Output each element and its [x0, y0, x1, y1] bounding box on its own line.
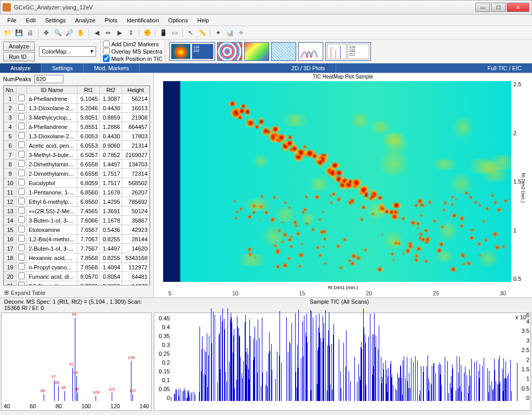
menu-identification[interactable]: Identification	[123, 16, 163, 24]
folder-icon[interactable]: 📁	[2, 28, 12, 38]
chevron-down-icon: ▾	[90, 48, 94, 55]
table-row[interactable]: 13««(2R,5S)-2-Me...7.45651.369150124	[4, 206, 150, 216]
left-panel: NumPeaks No.ID NameRt1Rt2Height1á-Phella…	[0, 73, 154, 297]
window-titlebar: GCxGC_Analyzer: ylang_12eV — ☐ ✕	[0, 0, 532, 15]
runid-button[interactable]: Run ID	[3, 52, 35, 61]
ms-title: Deconv. MS Spec: 1 (Rt1, Rt2) = (5.104 ,…	[4, 299, 151, 311]
toolbar: 📁💾🖨✥🔍🔎✋◀⇔▶⇕✊📱▭↖📏✦📊✧	[0, 26, 532, 40]
colormap-dropdown[interactable]: ColorMap... ▾	[39, 46, 96, 57]
save-icon[interactable]: 💾	[14, 28, 24, 38]
table-row[interactable]: 111-Pentanone, 1-...6.85601.167826207	[4, 188, 150, 197]
menu-file[interactable]: File	[3, 16, 21, 24]
table-row[interactable]: 73-Methyl-3-bute...6.50570.78522169027	[4, 150, 150, 160]
thumb-overlay[interactable]	[298, 42, 323, 61]
checkbox-group: Add Dim2 MarkersOverlay MS SpectraMark P…	[100, 39, 165, 63]
expand-table-button[interactable]: ⊞ Expand Table	[0, 288, 153, 297]
cursor-icon[interactable]: ↖	[185, 28, 196, 38]
table-row[interactable]: 19n-Propyl cyano...7.85681.4094112972	[4, 263, 150, 272]
menu-edit[interactable]: Edit	[22, 16, 40, 24]
band-analyze[interactable]: Analyze	[0, 63, 41, 73]
heatmap-xlabel: Rt Dim1 (min.)	[328, 285, 358, 290]
numpeaks-input[interactable]	[34, 75, 63, 83]
check-1[interactable]: Overlay MS Spectra	[103, 48, 163, 55]
colormap-value: ColorMap...	[42, 48, 71, 55]
table-row[interactable]: 20Fumaric acid, di...8.05700.805464481	[4, 272, 150, 281]
band-mod-markers[interactable]: Mod. Markers	[84, 63, 139, 73]
phone-icon[interactable]: 📱	[158, 28, 168, 38]
heatmap-plot[interactable]	[163, 81, 511, 282]
table-row[interactable]: 143-Buten-1-ol, 3-...7.60661.167835867	[4, 216, 150, 225]
table-row[interactable]: 33-Methylcyclop...5.80510.885921908	[4, 113, 150, 122]
chart-icon[interactable]: 📊	[224, 28, 235, 38]
table-row[interactable]: 6Acetic acid, pen...6.05530.906021314	[4, 141, 150, 150]
control-panel: Analyze Run ID ColorMap... ▾ Add Dim2 Ma…	[0, 40, 532, 63]
heatmap-panel[interactable]: TIC HeatMap Plot Sample 2.521.510.5 Rt D…	[154, 73, 532, 297]
thumb-surface[interactable]	[244, 42, 269, 61]
table-row[interactable]: 4á-Phellandrene5.85511.2886864457	[4, 122, 150, 132]
menu-analyze[interactable]: Analyze	[71, 16, 99, 24]
tic-plot[interactable]: 0.450.40.350.30.250.20.150.10.050 x 106 …	[154, 313, 531, 411]
expand-icon: ⊞	[4, 289, 9, 296]
heatmap-ylabel: Rt Dim2 (sec.)	[521, 173, 526, 203]
check-0[interactable]: Add Dim2 Markers	[103, 41, 163, 47]
h-collapse-icon[interactable]: ⇕	[126, 28, 136, 38]
thumb-mesh[interactable]	[271, 42, 296, 61]
tic-yaxis-right: 43.532.521.510.50	[518, 318, 529, 401]
thumb-tic-pair[interactable]: 128240211	[325, 42, 371, 61]
table-row[interactable]: 82-Dimethylamino...6.65581.4497134703	[4, 160, 150, 169]
table-row[interactable]: 10Eucalyptol6.80591.7517568502	[4, 178, 150, 188]
menu-help[interactable]: Help	[193, 16, 214, 24]
h-expand-icon[interactable]: ⇔	[103, 28, 113, 38]
table-row[interactable]: 15Etoloxamine7.65670.543642923	[4, 225, 150, 235]
tic-yaxis-left: 0.450.40.350.30.250.20.150.10.050	[155, 315, 170, 401]
numpeaks-label: NumPeaks	[3, 76, 31, 82]
arrows-icon[interactable]: ✥	[41, 28, 51, 38]
menubar: FileEditSettingsAnalyzePlotsIdentificati…	[0, 15, 532, 26]
band-settings[interactable]: Settings	[42, 63, 83, 73]
analyze-button[interactable]: Analyze	[3, 42, 35, 51]
close-button[interactable]: ✕	[507, 3, 529, 12]
peak-table[interactable]: No.ID NameRt1Rt2Height1á-Phellandrene5.1…	[3, 85, 150, 286]
table-row[interactable]: 1á-Phellandrene5.10451.308756214	[4, 94, 150, 103]
table-row[interactable]: 92-Dimethylamino...6.65581.751772314	[4, 169, 150, 178]
right-icon[interactable]: ▶	[114, 28, 125, 38]
ms-spectrum-plot[interactable]: 406080100120140 697780859193949510912113…	[1, 313, 152, 411]
table-row[interactable]: 21,3-Dioxolane-2...5.20460.443016013	[4, 103, 150, 113]
heatmap-title: TIC HeatMap Plot Sample	[154, 73, 532, 81]
check-2[interactable]: Mark Position in TIC	[103, 55, 163, 62]
table-row[interactable]: 51,3-Dioxolane-2...6.00530.443017803	[4, 132, 150, 141]
minimize-button[interactable]: —	[475, 3, 490, 12]
expand-label: Expand Table	[11, 290, 45, 296]
table-row[interactable]: 212,5-Furandione,...8.20710.885914972	[4, 281, 150, 286]
zoom-in-icon[interactable]: 🔍	[52, 28, 63, 38]
plot-thumbnails: 128240 128240211	[169, 42, 371, 61]
heatmap-xaxis: 51015202530	[163, 290, 511, 296]
table-row[interactable]: 172-Buten-1-ol, 3-...7.75671.449714620	[4, 244, 150, 253]
ms-xaxis: 406080100120140	[4, 403, 149, 409]
section-band: AnalyzeSettingsMod. Markers2D / 3D Plots…	[0, 63, 532, 73]
print-icon[interactable]: 🖨	[25, 28, 35, 38]
zoom-out-icon[interactable]: 🔎	[64, 28, 74, 38]
tic-title: Sample TIC (All Scans)	[151, 299, 528, 311]
app-icon	[3, 3, 11, 11]
star-blue-icon[interactable]: ✧	[236, 28, 246, 38]
maximize-button[interactable]: ☐	[491, 3, 506, 12]
menu-settings[interactable]: Settings	[41, 16, 70, 24]
star-red-icon[interactable]: ✦	[213, 28, 223, 38]
hand-icon[interactable]: ✋	[75, 28, 86, 38]
rect-icon[interactable]: ▭	[169, 28, 180, 38]
band-full-tic-eic[interactable]: Full TIC / EIC	[477, 63, 532, 73]
table-row[interactable]: 18Hexanoic acid, ...7.85680.82555343168	[4, 253, 150, 263]
menu-plots[interactable]: Plots	[101, 16, 122, 24]
left-icon[interactable]: ◀	[91, 28, 102, 38]
table-row[interactable]: 161,2-Bis(4-metho...7.70670.825528144	[4, 235, 150, 244]
table-row[interactable]: 12Ethyl 6-methylp...6.85601.4295785692	[4, 197, 150, 206]
band--d-d-plots[interactable]: 2D / 3D Plots	[281, 63, 336, 73]
thumb-heatmap-pair[interactable]: 128240	[169, 42, 215, 61]
grab-icon[interactable]: ✊	[142, 28, 152, 38]
thumb-contour[interactable]	[217, 42, 242, 61]
bottom-panel: Deconv. MS Spec: 1 (Rt1, Rt2) = (5.104 ,…	[0, 297, 532, 412]
window-title: GCxGC_Analyzer: ylang_12eV	[14, 4, 475, 10]
menu-options[interactable]: Options	[164, 16, 192, 24]
ruler-icon[interactable]: 📏	[197, 28, 207, 38]
